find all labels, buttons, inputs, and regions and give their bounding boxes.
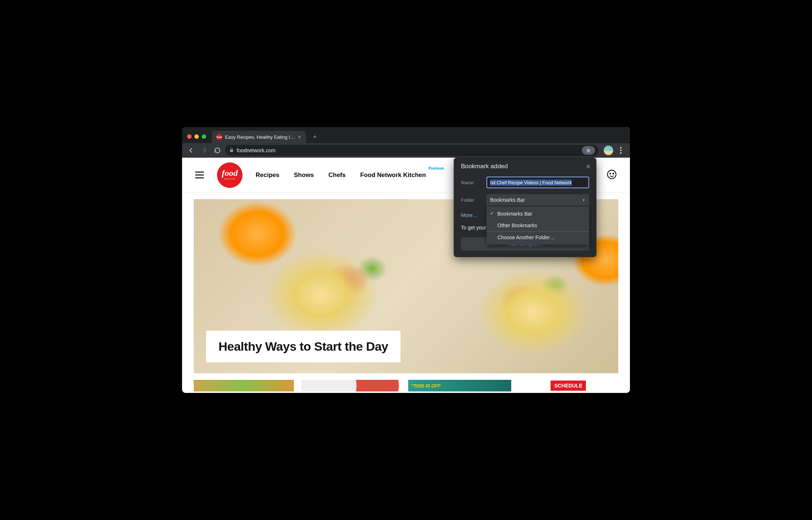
window-controls [185, 134, 210, 143]
svg-point-4 [613, 173, 614, 174]
more-link[interactable]: More… [461, 212, 478, 218]
svg-point-2 [607, 170, 616, 178]
browser-window: food Easy Recipes, Healthy Eating I… ✕ +… [182, 127, 630, 393]
url-text: foodnetwork.com [237, 147, 579, 153]
profile-avatar[interactable] [604, 146, 613, 155]
close-tab-icon[interactable]: ✕ [297, 134, 301, 140]
hamburger-menu-icon[interactable] [195, 172, 204, 178]
dropdown-choose-folder[interactable]: Choose Another Folder… [486, 231, 589, 243]
main-nav: Recipes Shows Chefs Food Network Kitchen… [256, 172, 426, 179]
lock-icon [229, 148, 234, 153]
thumb-2[interactable] [301, 380, 401, 391]
address-bar[interactable]: foodnetwork.com [225, 145, 599, 156]
premium-badge: Premium [429, 166, 444, 170]
chevron-down-icon: ▼ [582, 198, 586, 202]
thumbnail-row: "THIS IS OFF SCHEDULE [194, 380, 618, 391]
dropdown-bookmarks-bar[interactable]: ✓ Bookmarks Bar [486, 208, 589, 220]
dropdown-item-label: Other Bookmarks [497, 222, 537, 228]
popover-title: Bookmark added [461, 163, 508, 170]
bookmark-name-input[interactable]: nd Chef Recipe Videos | Food Network [486, 177, 589, 188]
logo-text-sub: network [224, 177, 235, 180]
nav-shows[interactable]: Shows [294, 172, 314, 179]
folder-select[interactable]: Bookmarks Bar ▼ ✓ Bookmarks Bar Other Bo… [486, 194, 589, 206]
tab-title: Easy Recipes, Healthy Eating I… [225, 134, 295, 140]
bookmark-star-icon[interactable] [582, 146, 595, 155]
logo-text-main: food [222, 170, 238, 177]
back-button[interactable] [186, 145, 197, 156]
thumb-1[interactable] [194, 380, 294, 391]
check-icon: ✓ [490, 211, 494, 216]
browser-tab[interactable]: food Easy Recipes, Healthy Eating I… ✕ [212, 131, 306, 143]
tab-favicon: food [216, 134, 222, 140]
schedule-badge: SCHEDULE [551, 381, 586, 391]
smile-icon[interactable] [607, 169, 617, 181]
folder-dropdown: ✓ Bookmarks Bar Other Bookmarks Choose A… [486, 206, 589, 245]
bookmark-name-value: nd Chef Recipe Videos | Food Network [490, 180, 572, 186]
site-logo[interactable]: food network [217, 162, 243, 188]
folder-selected-value: Bookmarks Bar [490, 197, 525, 203]
nav-kitchen[interactable]: Food Network Kitchen Premium [360, 172, 426, 179]
window-maximize[interactable] [202, 134, 206, 139]
thumb-3-text: "THIS IS OFF [411, 383, 441, 389]
folder-label: Folder [461, 197, 479, 203]
reload-button[interactable] [212, 145, 223, 156]
thumb-3[interactable]: "THIS IS OFF [408, 380, 511, 391]
new-tab-button[interactable]: + [310, 132, 320, 142]
dropdown-item-label: Bookmarks Bar [497, 211, 532, 217]
window-minimize[interactable] [194, 134, 199, 139]
popover-close-icon[interactable]: ✕ [586, 163, 591, 170]
svg-point-3 [610, 173, 611, 174]
hero-title-box: Healthy Ways to Start the Day [206, 331, 401, 362]
tab-strip: food Easy Recipes, Healthy Eating I… ✕ + [182, 127, 630, 143]
browser-menu-icon[interactable] [615, 147, 626, 154]
bookmark-popover: Bookmark added ✕ Name nd Chef Recipe Vid… [454, 158, 596, 257]
dropdown-item-label: Choose Another Folder… [497, 235, 555, 240]
nav-recipes[interactable]: Recipes [256, 172, 279, 179]
forward-button[interactable] [199, 145, 210, 156]
name-label: Name [461, 180, 479, 185]
dropdown-other-bookmarks[interactable]: Other Bookmarks [486, 220, 589, 231]
thumb-4[interactable]: SCHEDULE [519, 380, 619, 391]
hero-title: Healthy Ways to Start the Day [218, 339, 388, 354]
nav-kitchen-label: Food Network Kitchen [360, 172, 426, 178]
nav-chefs[interactable]: Chefs [328, 172, 346, 179]
browser-toolbar: foodnetwork.com [182, 143, 630, 158]
window-close[interactable] [187, 134, 192, 139]
